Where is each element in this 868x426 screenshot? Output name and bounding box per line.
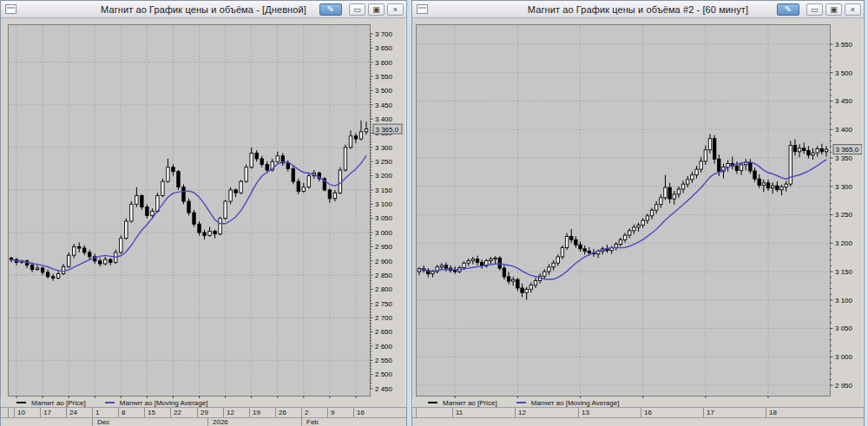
desktop: Магнит ао График цены и объёма - [Дневно… — [0, 0, 868, 426]
svg-text:3 200: 3 200 — [375, 172, 393, 180]
svg-text:3 550: 3 550 — [835, 41, 853, 49]
svg-text:3 000: 3 000 — [835, 353, 853, 361]
axis-label: 12 — [227, 409, 234, 416]
svg-text:2 950: 2 950 — [835, 382, 853, 390]
axis-separator — [766, 408, 766, 417]
svg-text:3 450: 3 450 — [375, 102, 393, 109]
svg-text:3 350: 3 350 — [835, 154, 853, 162]
svg-text:2 950: 2 950 — [375, 243, 393, 251]
legend-dash — [428, 402, 437, 403]
axis-separator — [197, 408, 198, 417]
svg-text:3 200: 3 200 — [835, 239, 853, 247]
svg-text:2 450: 2 450 — [375, 385, 393, 393]
svg-text:3 300: 3 300 — [375, 144, 393, 152]
axis-separator — [118, 408, 119, 417]
legend-item: Магнит ао [Moving Average] — [516, 399, 620, 407]
minimize-button[interactable]: ▭ — [349, 3, 365, 16]
axis-separator — [641, 408, 641, 417]
svg-text:3 250: 3 250 — [375, 158, 393, 166]
svg-text:3 050: 3 050 — [835, 324, 853, 332]
svg-text:2 600: 2 600 — [375, 343, 393, 351]
axis-separator — [207, 418, 208, 426]
axis-separator — [452, 408, 453, 417]
titlebar[interactable]: Магнит ао График цены и объёма #2 - [60 … — [412, 1, 864, 18]
axis-separator — [327, 408, 328, 417]
x-axis-days[interactable]: 101724181522291219262916 — [1, 407, 406, 418]
axis-label: 26 — [279, 409, 286, 416]
chart-legend: Магнит ао [Price]Магнит ао [Moving Avera… — [412, 398, 864, 407]
axis-separator — [144, 408, 145, 417]
restore-button[interactable]: ▣ — [825, 3, 842, 16]
axis-separator — [92, 418, 93, 426]
legend-dash — [105, 402, 115, 403]
close-button[interactable]: × — [845, 3, 861, 16]
x-axis-months[interactable]: Dec2026Feb — [1, 418, 406, 426]
chart-window-hourly: Магнит ао График цены и объёма #2 - [60 … — [411, 0, 865, 426]
svg-text:3 300: 3 300 — [835, 183, 853, 191]
window-menu-icon[interactable] — [417, 4, 428, 14]
axis-label: 12 — [518, 409, 526, 416]
axis-separator — [66, 408, 67, 417]
axis-label: Dec — [97, 418, 109, 426]
close-button[interactable]: × — [387, 3, 404, 16]
axis-separator — [92, 408, 93, 417]
legend-dash — [516, 402, 526, 403]
last-price-tag: 3 365,0 — [833, 145, 862, 154]
axis-label: 16 — [644, 409, 652, 416]
titlebar[interactable]: Магнит ао График цены и объёма - [Дневно… — [1, 1, 406, 18]
axis-label: 2 — [305, 409, 308, 416]
annotate-pen-button[interactable]: ✎ — [319, 3, 342, 16]
price-chart-canvas[interactable]: 2 9503 0003 0503 1003 1503 2003 2503 300… — [412, 18, 862, 398]
legend-dash — [16, 402, 26, 403]
axis-separator — [703, 408, 704, 417]
axis-label: 22 — [174, 409, 181, 416]
restore-button[interactable]: ▣ — [368, 3, 385, 16]
axis-label: 16 — [357, 409, 365, 416]
axis-separator — [515, 408, 516, 417]
svg-text:3 500: 3 500 — [375, 87, 393, 95]
last-price-tag: 3 365,0 — [373, 124, 402, 134]
axis-separator — [416, 408, 417, 417]
legend-label: Магнит ао [Price] — [443, 399, 497, 407]
svg-text:3 650: 3 650 — [375, 44, 393, 52]
svg-text:3 050: 3 050 — [375, 214, 393, 222]
window-menu-icon[interactable] — [5, 4, 16, 14]
x-axis-months[interactable] — [412, 418, 864, 426]
axis-label: 18 — [769, 409, 777, 416]
svg-text:3 150: 3 150 — [835, 268, 853, 276]
legend-item: Магнит ао [Price] — [428, 399, 497, 407]
axis-separator — [249, 408, 250, 417]
legend-item: Магнит ао [Moving Average] — [105, 399, 208, 407]
axis-label: 2026 — [213, 418, 228, 426]
svg-text:2 800: 2 800 — [375, 285, 393, 293]
price-chart-canvas[interactable]: 2 4502 5002 5502 6002 6502 7002 7502 800… — [1, 18, 404, 398]
svg-text:3 400: 3 400 — [835, 126, 853, 134]
chart-legend: Магнит ао [Price]Магнит ао [Moving Avera… — [1, 398, 406, 407]
axis-separator — [8, 408, 9, 417]
axis-separator — [275, 408, 276, 417]
axis-label: 24 — [69, 409, 77, 416]
axis-label: 1 — [95, 409, 99, 416]
svg-text:3 550: 3 550 — [375, 73, 393, 81]
svg-text:2 750: 2 750 — [375, 300, 393, 308]
annotate-pen-button[interactable]: ✎ — [777, 3, 799, 16]
axis-label: Feb — [306, 418, 319, 426]
axis-label: 15 — [148, 409, 155, 416]
axis-label: 10 — [17, 409, 25, 416]
axis-separator — [301, 408, 302, 417]
axis-label: 17 — [43, 409, 51, 416]
x-axis-days[interactable]: 111213161718 — [412, 407, 864, 418]
legend-label: Магнит ао [Moving Average] — [531, 399, 620, 407]
svg-text:3 400: 3 400 — [375, 115, 393, 123]
minimize-button[interactable]: ▭ — [806, 3, 823, 16]
axis-label: 8 — [122, 409, 125, 416]
svg-text:3 365,0: 3 365,0 — [376, 126, 399, 134]
axis-separator — [301, 418, 302, 426]
svg-text:3 450: 3 450 — [835, 97, 853, 105]
svg-text:3 365,0: 3 365,0 — [836, 146, 859, 154]
svg-text:3 100: 3 100 — [375, 200, 393, 208]
axis-separator — [353, 408, 354, 417]
axis-label: 17 — [707, 409, 714, 416]
axis-label: 13 — [582, 409, 589, 416]
axis-separator — [578, 408, 579, 417]
